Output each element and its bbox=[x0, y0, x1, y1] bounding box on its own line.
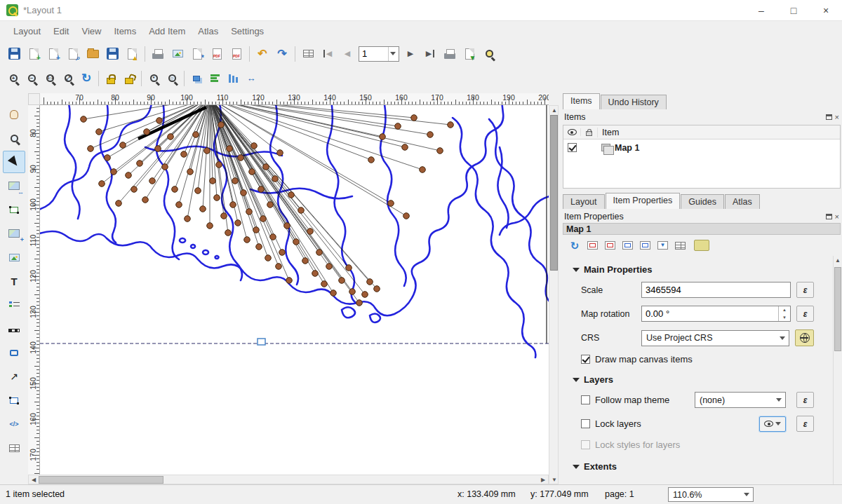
select-all-button[interactable]: * bbox=[145, 69, 163, 88]
follow-map-theme-checkbox[interactable] bbox=[581, 395, 590, 404]
export-pdf-alt-button[interactable] bbox=[227, 44, 246, 64]
menu-settings[interactable]: Settings bbox=[225, 23, 270, 39]
map-rotation-input[interactable] bbox=[642, 308, 778, 319]
view-extent-in-canvas-button[interactable] bbox=[602, 238, 617, 253]
menu-layout[interactable]: Layout bbox=[7, 23, 47, 39]
export-svg-button[interactable]: * bbox=[187, 44, 207, 64]
layers-data-defined-button[interactable]: ε bbox=[796, 416, 814, 432]
deselect-all-button[interactable]: ○ bbox=[163, 69, 181, 88]
main-properties-section[interactable]: Main Properties bbox=[573, 264, 814, 275]
draw-canvas-items-checkbox[interactable] bbox=[581, 355, 590, 364]
selection-handle[interactable] bbox=[258, 339, 265, 345]
edit-map-extent-button[interactable] bbox=[655, 238, 670, 253]
clipping-settings-button[interactable] bbox=[672, 238, 688, 253]
properties-scroll-thumb[interactable] bbox=[834, 267, 841, 351]
zoom-in-button[interactable]: + bbox=[4, 69, 22, 88]
open-template-button[interactable] bbox=[83, 44, 102, 64]
zoom-out-button[interactable]: − bbox=[22, 69, 41, 88]
scroll-down-icon[interactable]: ▼ bbox=[549, 475, 559, 484]
unlock-items-button[interactable] bbox=[120, 69, 138, 88]
visible-layers-button[interactable] bbox=[759, 416, 786, 432]
menu-edit[interactable]: Edit bbox=[47, 23, 75, 39]
tab-item-properties[interactable]: Item Properties bbox=[606, 193, 681, 209]
extents-section[interactable]: Extents bbox=[573, 461, 814, 472]
tab-layout[interactable]: Layout bbox=[563, 194, 605, 209]
zoom-level-combo[interactable]: 110.6% bbox=[668, 487, 754, 502]
theme-data-defined-button[interactable]: ε bbox=[796, 392, 814, 408]
spin-up-icon[interactable]: ▲ bbox=[779, 306, 790, 314]
next-feature-button[interactable]: ▶ bbox=[401, 44, 420, 64]
previous-feature-button[interactable]: ◀ bbox=[338, 44, 357, 64]
view-scale-in-canvas-button[interactable] bbox=[637, 238, 653, 253]
map-item[interactable] bbox=[40, 105, 549, 475]
scroll-left-icon[interactable]: ◀ bbox=[29, 475, 39, 484]
close-panel-icon[interactable]: × bbox=[835, 114, 839, 121]
align-items-button[interactable] bbox=[206, 69, 224, 88]
scale-input[interactable] bbox=[641, 282, 791, 298]
scale-data-defined-button[interactable]: ε bbox=[796, 282, 814, 298]
add-html-button[interactable]: </> bbox=[3, 413, 25, 435]
set-scale-to-canvas-button[interactable] bbox=[620, 238, 635, 253]
new-layout-button[interactable]: + bbox=[24, 44, 44, 64]
export-atlas-button[interactable]: ▼ bbox=[460, 44, 479, 64]
crs-combo[interactable]: Use Project CRS bbox=[641, 330, 789, 346]
layout-page-canvas[interactable] bbox=[40, 105, 549, 475]
lock-items-button[interactable] bbox=[102, 69, 120, 88]
add-label-button[interactable]: T bbox=[3, 270, 25, 292]
map-rotation-spinbox[interactable]: ▲▼ bbox=[641, 306, 791, 322]
print-atlas-button[interactable] bbox=[440, 44, 460, 64]
atlas-page-combo[interactable] bbox=[359, 46, 399, 62]
menu-add-item[interactable]: Add Item bbox=[142, 23, 192, 39]
resize-items-button[interactable]: ↔ bbox=[242, 69, 260, 88]
maximize-button[interactable]: □ bbox=[777, 0, 810, 21]
spin-down-icon[interactable]: ▼ bbox=[779, 314, 790, 322]
spin-buttons[interactable]: ▲▼ bbox=[778, 306, 790, 321]
move-content-tool-button[interactable]: ↔ bbox=[3, 175, 25, 197]
scroll-up-icon[interactable]: ▲ bbox=[549, 106, 559, 114]
duplicate-layout-button[interactable]: + bbox=[44, 44, 63, 64]
vertical-scroll-thumb[interactable] bbox=[550, 115, 558, 271]
add-map-button[interactable]: + bbox=[3, 222, 25, 245]
layout-manager-button[interactable]: ⌕ bbox=[63, 44, 83, 64]
add-attribute-table-button[interactable] bbox=[3, 437, 25, 459]
add-legend-button[interactable] bbox=[3, 294, 25, 316]
redo-button[interactable]: ↷ bbox=[272, 44, 292, 64]
float-properties-icon[interactable] bbox=[826, 214, 832, 219]
edit-nodes-tool-button[interactable] bbox=[3, 198, 25, 221]
vertical-scrollbar[interactable]: ▲ ▼ bbox=[549, 105, 559, 484]
properties-scrollbar[interactable]: ▲ bbox=[833, 256, 842, 485]
add-from-template-button[interactable]: ▲ bbox=[122, 44, 142, 64]
tab-undo-history[interactable]: Undo History bbox=[601, 95, 667, 109]
add-picture-button[interactable] bbox=[3, 246, 25, 268]
atlas-settings-button[interactable] bbox=[479, 44, 499, 64]
add-arrow-button[interactable]: ↗ bbox=[3, 365, 25, 388]
tab-guides[interactable]: Guides bbox=[681, 194, 724, 209]
table-row[interactable]: Map 1 bbox=[563, 139, 840, 156]
select-move-tool-button[interactable] bbox=[3, 151, 25, 173]
last-feature-button[interactable]: ▶ bbox=[420, 44, 440, 64]
save-layout-button[interactable] bbox=[4, 44, 24, 64]
export-image-button[interactable] bbox=[168, 44, 187, 64]
close-properties-icon[interactable]: × bbox=[835, 213, 839, 221]
tab-items[interactable]: Items bbox=[563, 93, 600, 109]
pan-tool-button[interactable] bbox=[3, 103, 25, 125]
zoom-tool-button[interactable] bbox=[3, 127, 25, 149]
set-extent-to-canvas-button[interactable] bbox=[584, 238, 600, 253]
select-crs-button[interactable] bbox=[795, 329, 814, 346]
atlas-page-input[interactable] bbox=[359, 48, 386, 59]
float-panel-icon[interactable] bbox=[826, 114, 832, 120]
map-theme-combo[interactable]: (none) bbox=[695, 392, 786, 408]
undo-button[interactable]: ↶ bbox=[253, 44, 272, 64]
scroll-up-icon[interactable]: ▲ bbox=[834, 256, 842, 264]
preview-atlas-button[interactable] bbox=[298, 44, 318, 64]
menu-view[interactable]: View bbox=[75, 23, 107, 39]
print-button[interactable] bbox=[148, 44, 168, 64]
labeling-settings-button[interactable] bbox=[694, 238, 709, 253]
layers-section[interactable]: Layers bbox=[573, 374, 814, 385]
rotation-data-defined-button[interactable]: ε bbox=[796, 306, 814, 322]
horizontal-scrollbar[interactable]: ◀ ▶ bbox=[28, 475, 549, 484]
add-node-item-button[interactable] bbox=[3, 389, 25, 411]
refresh-view-button[interactable]: ↻ bbox=[77, 69, 95, 88]
zoom-full-button[interactable]: ⤢ bbox=[59, 69, 77, 88]
item-visibility-checkbox[interactable] bbox=[568, 143, 577, 152]
